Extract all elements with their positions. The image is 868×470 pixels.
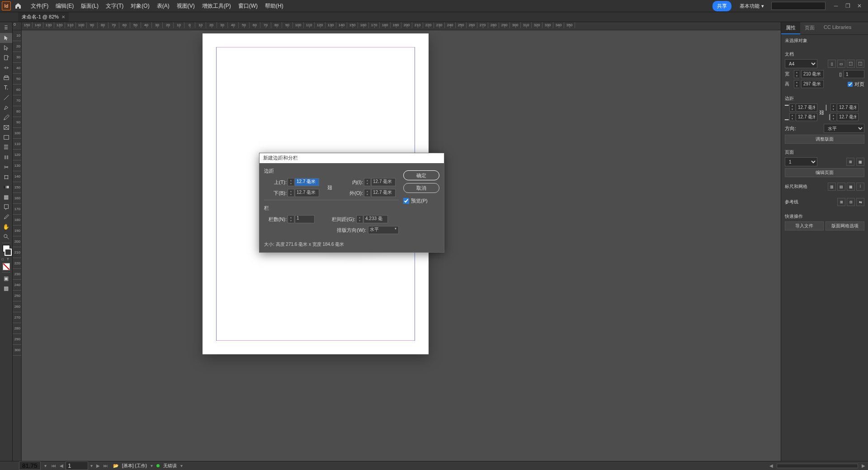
bottom-margin-spinner[interactable] (288, 189, 294, 197)
m-inside-input[interactable] (837, 103, 859, 112)
tab-properties[interactable]: 属性 (781, 22, 800, 34)
outside-margin-spinner[interactable] (364, 189, 370, 197)
menu-help[interactable]: 帮助(H) (261, 0, 287, 12)
free-transform-tool[interactable] (0, 172, 12, 182)
bottom-margin-input[interactable]: 12.7 毫米 (295, 189, 319, 197)
import-file-button[interactable]: 导入文件 (785, 221, 824, 230)
inside-margin-input[interactable]: 12.7 毫米 (371, 178, 396, 186)
menu-object[interactable]: 对象(O) (127, 0, 153, 12)
layout-grid-options-button[interactable]: 版面网格选项 (826, 221, 864, 230)
scroll-right-icon[interactable]: ▶ (862, 463, 865, 468)
apply-none-swatch[interactable] (3, 263, 10, 270)
gutter-spinner[interactable] (356, 215, 363, 223)
scroll-left-icon[interactable]: ◀ (769, 463, 773, 468)
horizontal-scrollbar[interactable] (777, 464, 858, 468)
selection-tool[interactable] (0, 33, 12, 43)
column-count-input[interactable]: 1 (295, 215, 315, 223)
type-tool[interactable]: T. (0, 83, 12, 93)
column-direction-select[interactable]: 水平 (824, 124, 864, 133)
share-button[interactable]: 共享 (712, 1, 731, 11)
tab-cc-libraries[interactable]: CC Libraries (819, 22, 856, 34)
menu-view[interactable]: 视图(V) (173, 0, 198, 12)
grid-icon-2[interactable]: ▤ (837, 183, 845, 191)
vertical-grid-tool[interactable]: ⦀⦀ (0, 152, 12, 162)
last-page-icon[interactable]: ⏭ (102, 463, 109, 468)
direct-selection-tool[interactable] (0, 43, 12, 53)
outside-margin-input[interactable]: 12.7 毫米 (371, 189, 396, 197)
edit-pages-button[interactable]: 编辑页面 (785, 168, 864, 177)
rectangle-frame-tool[interactable] (0, 122, 12, 132)
pencil-tool[interactable] (0, 113, 12, 122)
orientation-portrait-icon[interactable]: ▯ (828, 60, 836, 68)
pages-input[interactable] (844, 70, 864, 78)
menu-table[interactable]: 表(A) (153, 0, 173, 12)
m-inside-spinner[interactable]: ▲▼ (830, 103, 836, 112)
zoom-dropdown-icon[interactable]: ▾ (44, 463, 47, 468)
preflight-profile[interactable]: [基本] (工作) (122, 463, 147, 469)
gap-tool[interactable] (0, 63, 12, 73)
orientation-landscape-icon[interactable]: ▭ (837, 60, 845, 68)
height-spinner[interactable]: ▲▼ (794, 80, 799, 88)
facing-pages-checkbox[interactable]: 对页 (848, 81, 864, 88)
ok-button[interactable]: 确定 (403, 170, 439, 180)
pen-tool[interactable] (0, 103, 12, 113)
m-bottom-spinner[interactable]: ▲▼ (789, 113, 795, 121)
scissors-tool[interactable]: ✂ (0, 162, 12, 172)
width-spinner[interactable]: ▲▼ (794, 70, 799, 78)
grid-icon-4[interactable]: ⦙⦙ (856, 183, 864, 191)
zoom-level-input[interactable] (19, 461, 41, 470)
rectangle-tool[interactable] (0, 132, 12, 142)
document-tab[interactable]: 未命名-1 @ 82% ✕ (18, 12, 69, 22)
page-number-select[interactable]: 1 (785, 157, 817, 166)
no-errors-label[interactable]: 无错误 (163, 463, 177, 469)
horizontal-grid-tool[interactable]: ☰ (0, 142, 12, 152)
menu-type[interactable]: 文字(T) (102, 0, 127, 12)
link-margins-panel-icon[interactable]: ⛓ (819, 110, 824, 115)
m-bottom-input[interactable] (796, 113, 817, 121)
content-collector-tool[interactable] (0, 73, 12, 83)
view-mode-preview[interactable]: ▦ (0, 283, 12, 293)
line-tool[interactable] (0, 93, 12, 103)
gutter-input[interactable]: 4.233 毫 (363, 215, 388, 223)
vertical-ruler[interactable]: 1020304050607080901001101201301401501601… (13, 30, 22, 461)
m-outside-spinner[interactable]: ▲▼ (830, 113, 836, 121)
first-page-icon[interactable]: ⏮ (50, 463, 57, 468)
menu-plugins[interactable]: 增效工具(P) (198, 0, 235, 12)
preflight-dropdown-icon[interactable]: ▾ (151, 463, 153, 468)
menu-edit[interactable]: 编辑(E) (52, 0, 77, 12)
prev-page-icon[interactable]: ◀ (58, 463, 65, 468)
preview-checkbox[interactable]: 预览(P) (403, 197, 439, 204)
minimize-icon[interactable]: ─ (833, 3, 839, 9)
ruler-origin[interactable]: 0 (13, 22, 22, 30)
cancel-button[interactable]: 取消 (403, 183, 439, 193)
view-mode-normal[interactable]: ▣ (0, 273, 12, 283)
link-margins-icon[interactable]: ⛓ (325, 185, 335, 190)
inside-margin-spinner[interactable] (364, 178, 370, 186)
page-preset-select[interactable]: A4 (785, 59, 817, 68)
open-icon[interactable]: 📂 (113, 463, 118, 468)
menu-layout[interactable]: 版面(L) (77, 0, 102, 12)
guide-icon-1[interactable]: ⊞ (837, 198, 845, 206)
m-top-spinner[interactable]: ▲▼ (789, 103, 795, 112)
gradient-swatch-tool[interactable] (0, 182, 12, 192)
m-top-input[interactable] (796, 103, 817, 112)
top-margin-input[interactable]: 12.7 毫米 (295, 178, 319, 186)
apply-container-icon[interactable]: □ (2, 258, 5, 261)
close-tab-icon[interactable]: ✕ (61, 14, 65, 19)
apply-text-icon[interactable]: T (7, 258, 10, 261)
binding-ltr-icon[interactable]: ⿰ (847, 60, 855, 68)
canvas-area[interactable]: 0 15014013012011010090807060504030201001… (13, 22, 781, 461)
grid-icon-1[interactable]: ▥ (828, 183, 836, 191)
page-dropdown-icon[interactable]: ▾ (89, 463, 94, 468)
adjust-layout-button[interactable]: 调整版面 (785, 135, 864, 144)
next-page-icon[interactable]: ▶ (95, 463, 101, 468)
width-input[interactable] (801, 70, 824, 78)
search-input[interactable] (771, 2, 826, 10)
add-page-icon[interactable]: ⊞ (846, 158, 854, 166)
page-number-input[interactable] (66, 461, 88, 470)
direction-select[interactable]: 水平 (368, 226, 399, 234)
binding-rtl-icon[interactable]: ⿰ (856, 60, 864, 68)
guide-icon-3[interactable]: ⇆ (856, 198, 864, 206)
stroke-color-swatch[interactable] (5, 249, 12, 256)
close-icon[interactable]: ✕ (856, 3, 863, 9)
